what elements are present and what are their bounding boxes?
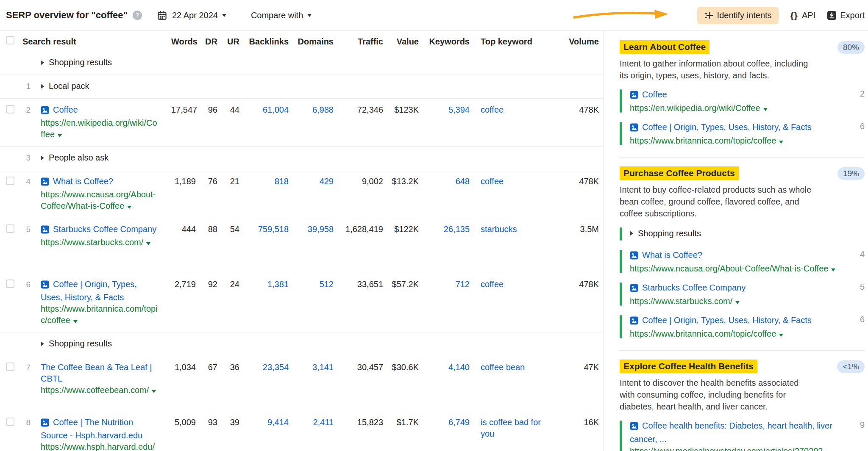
group-label[interactable]: Shopping results: [49, 58, 112, 67]
url-dropdown-icon[interactable]: [779, 141, 783, 144]
col-keywords[interactable]: Keywords: [419, 31, 470, 51]
url-dropdown-icon[interactable]: [735, 301, 740, 304]
keywords-link[interactable]: 5,394: [419, 99, 470, 146]
keywords-link[interactable]: 4,140: [419, 356, 470, 411]
col-dr[interactable]: DR: [196, 31, 217, 51]
col-traffic[interactable]: Traffic: [334, 31, 383, 51]
result-title-link[interactable]: Coffee | The Nutrition Source - Hsph.har…: [41, 418, 142, 440]
result-url[interactable]: https://www.ncausa.org/About-Coffee/What…: [41, 190, 156, 210]
compare-with-dropdown[interactable]: Compare with: [251, 11, 312, 20]
intent-result-title[interactable]: What is Coffee?: [642, 250, 702, 260]
expand-icon[interactable]: [41, 84, 44, 89]
expand-icon[interactable]: [41, 60, 44, 65]
expand-icon[interactable]: [41, 155, 44, 160]
group-label[interactable]: Local pack: [49, 81, 89, 91]
backlinks-link[interactable]: 23,354: [239, 356, 289, 411]
result-url[interactable]: https://www.coffeebean.com/: [41, 385, 149, 395]
intent-result-title[interactable]: Coffee | Origin, Types, Uses, History, &…: [642, 315, 812, 325]
domains-link[interactable]: 39,958: [289, 218, 334, 273]
identify-intents-button[interactable]: Identify intents: [697, 7, 779, 24]
intent-result-url[interactable]: https://www.britannica.com/topic/coffee: [630, 136, 776, 145]
url-dropdown-icon[interactable]: [146, 242, 150, 245]
row-checkbox[interactable]: [6, 418, 14, 426]
result-url[interactable]: https://www.starbucks.com/: [41, 238, 143, 247]
backlinks-link[interactable]: 818: [239, 170, 289, 218]
col-words[interactable]: Words: [171, 31, 196, 51]
url-dropdown-icon[interactable]: [73, 320, 78, 323]
url-dropdown-icon[interactable]: [831, 268, 835, 271]
result-url[interactable]: https://www.hsph.harvard.edu/nutritionso…: [41, 442, 155, 451]
col-top-keyword[interactable]: Top keyword: [470, 31, 554, 51]
result-title-link[interactable]: What is Coffee?: [53, 177, 113, 186]
table-row-group: 3 People also ask: [0, 147, 604, 170]
intent-result-url[interactable]: https://en.wikipedia.org/wiki/Coffee: [630, 103, 760, 113]
row-checkbox[interactable]: [6, 279, 14, 288]
backlinks-link[interactable]: 1,381: [239, 273, 289, 332]
date-picker[interactable]: 22 Apr 2024: [157, 11, 226, 20]
domains-link[interactable]: 6,988: [289, 99, 334, 146]
row-number: 1: [19, 75, 31, 98]
intent-result-title[interactable]: Coffee: [642, 90, 667, 99]
group-label[interactable]: People also ask: [49, 153, 108, 162]
col-search-result[interactable]: Search result: [19, 31, 171, 51]
result-title-link[interactable]: Coffee: [53, 105, 78, 114]
top-keyword-link[interactable]: coffee bean: [470, 356, 554, 411]
intent-result-url[interactable]: https://www.medicalnewstoday.com/article…: [630, 446, 823, 451]
backlinks-link[interactable]: 759,518: [239, 218, 289, 273]
keywords-link[interactable]: 26,135: [419, 218, 470, 273]
top-keyword-link[interactable]: coffee: [470, 99, 554, 146]
domains-link[interactable]: 3,141: [289, 356, 334, 411]
expand-icon[interactable]: [630, 231, 633, 236]
url-dropdown-icon[interactable]: [152, 390, 156, 393]
col-backlinks[interactable]: Backlinks: [239, 31, 289, 51]
group-label[interactable]: Shopping results: [638, 229, 701, 238]
col-ur[interactable]: UR: [217, 31, 239, 51]
export-label: Export: [840, 11, 865, 20]
col-value[interactable]: Value: [383, 31, 419, 51]
row-checkbox[interactable]: [6, 224, 14, 233]
backlinks-link[interactable]: 61,004: [239, 99, 289, 146]
intent-result-url[interactable]: https://www.starbucks.com/: [630, 296, 732, 306]
url-dropdown-icon[interactable]: [779, 334, 783, 337]
intent-description: Intent to buy coffee-related products su…: [620, 184, 814, 219]
col-domains[interactable]: Domains: [289, 31, 334, 51]
top-keyword-link[interactable]: is coffee bad for you: [470, 411, 554, 451]
domains-link[interactable]: 512: [289, 273, 334, 332]
group-label[interactable]: Shopping results: [49, 339, 112, 348]
keywords-link[interactable]: 712: [419, 273, 470, 332]
top-keyword-link[interactable]: coffee: [470, 273, 554, 332]
top-keyword-link[interactable]: coffee: [470, 170, 554, 218]
url-dropdown-icon[interactable]: [763, 108, 768, 111]
expand-icon[interactable]: [41, 341, 44, 346]
url-dropdown-icon[interactable]: [127, 206, 131, 209]
intent-result-url[interactable]: https://www.britannica.com/topic/coffee: [630, 329, 776, 338]
keywords-link[interactable]: 6,749: [419, 411, 470, 451]
ur-value: 54: [217, 218, 239, 273]
help-icon[interactable]: [133, 11, 142, 20]
top-keyword-link[interactable]: starbucks: [470, 218, 554, 273]
domains-link[interactable]: 2,411: [289, 411, 334, 451]
select-all-checkbox[interactable]: [6, 36, 14, 44]
result-url[interactable]: https://www.britannica.com/topic/coffee: [41, 304, 158, 325]
col-volume[interactable]: Volume: [554, 31, 604, 51]
export-button[interactable]: Export: [827, 11, 865, 20]
intent-result-title[interactable]: Starbucks Coffee Company: [642, 283, 746, 292]
intent-result-position: 9: [860, 420, 865, 430]
intent-result-url[interactable]: https://www.ncausa.org/About-Coffee/What…: [630, 264, 828, 273]
intent-result-title[interactable]: Coffee health benefits: Diabetes, heart …: [630, 421, 832, 444]
domains-link[interactable]: 429: [289, 170, 334, 218]
ur-value: 39: [217, 411, 239, 451]
calendar-icon: [157, 11, 167, 20]
intent-result-title[interactable]: Coffee | Origin, Types, Uses, History, &…: [642, 122, 812, 132]
url-dropdown-icon[interactable]: [58, 134, 62, 137]
keywords-link[interactable]: 648: [419, 170, 470, 218]
row-checkbox[interactable]: [6, 105, 14, 113]
result-title-link[interactable]: The Coffee Bean & Tea Leaf | CBTL: [41, 362, 152, 383]
row-checkbox[interactable]: [6, 177, 14, 185]
row-checkbox[interactable]: [6, 362, 14, 371]
words-value: 5,009: [171, 411, 196, 451]
result-title-link[interactable]: Coffee | Origin, Types, Uses, History, &…: [41, 279, 137, 302]
api-button[interactable]: {} API: [790, 11, 816, 21]
result-title-link[interactable]: Starbucks Coffee Company: [53, 224, 156, 234]
backlinks-link[interactable]: 9,414: [239, 411, 289, 451]
